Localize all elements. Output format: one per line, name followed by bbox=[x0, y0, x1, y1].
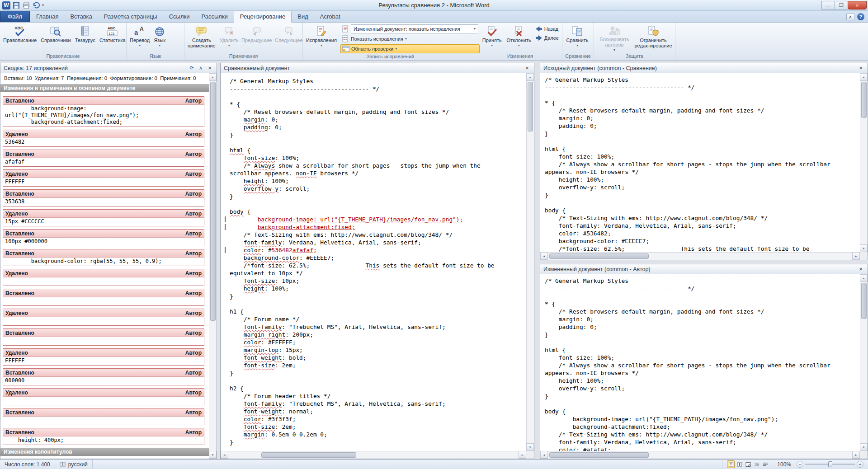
revision-entry[interactable]: УдаленоАвтор15px #CCCCCC bbox=[3, 209, 204, 226]
modified-vertical-scrollbar[interactable]: ▴ ▾ bbox=[860, 274, 868, 451]
revision-entry[interactable]: УдаленоАвторFFFFFF bbox=[3, 169, 204, 187]
help-icon[interactable]: ? bbox=[857, 13, 864, 20]
tab-home[interactable]: Главная bbox=[30, 11, 64, 22]
reviewing-pane-button[interactable]: Область проверки ▾ bbox=[340, 44, 480, 53]
revision-entry[interactable]: УдаленоАвтор bbox=[3, 309, 204, 326]
word-count-button[interactable]: ABC123 Статистика bbox=[98, 23, 127, 52]
revision-entry[interactable]: УдаленоАвтор bbox=[3, 269, 204, 286]
modified-horizontal-scrollbar[interactable]: ◂ ▸ bbox=[540, 451, 860, 459]
scrollbar-thumb[interactable] bbox=[861, 82, 867, 118]
minimize-button[interactable]: — bbox=[821, 1, 835, 9]
tab-mailings[interactable]: Рассылки bbox=[196, 11, 234, 22]
thesaurus-button[interactable]: Тезаурус bbox=[73, 23, 97, 52]
draft-view-icon[interactable] bbox=[761, 460, 769, 468]
scrollbar-thumb[interactable] bbox=[549, 253, 649, 259]
outline-view-icon[interactable] bbox=[753, 460, 760, 468]
new-comment-button[interactable]: Создать примечание bbox=[186, 23, 217, 52]
compare-vertical-scrollbar[interactable]: ▴ ▾ bbox=[526, 73, 534, 451]
revision-entry[interactable]: ВставленоАвтор000000 bbox=[3, 368, 204, 385]
scroll-left-icon[interactable]: ◂ bbox=[221, 451, 228, 459]
previous-comment-button[interactable]: Предыдущее bbox=[241, 23, 273, 52]
scroll-left-icon[interactable]: ◂ bbox=[540, 252, 548, 260]
compare-horizontal-scrollbar[interactable]: ◂ ▸ bbox=[221, 451, 526, 459]
scroll-left-icon[interactable]: ◂ bbox=[540, 451, 548, 459]
tab-page-layout[interactable]: Разметка страницы bbox=[98, 11, 163, 22]
scroll-right-icon[interactable]: ▸ bbox=[519, 451, 526, 459]
save-icon[interactable] bbox=[12, 1, 20, 9]
revision-entry[interactable]: УдаленоАвторFFFFFF bbox=[3, 348, 204, 366]
word-count-status[interactable]: Число слов: 1 400 bbox=[0, 460, 55, 469]
scroll-up-icon[interactable]: ▴ bbox=[526, 73, 534, 81]
revision-entry[interactable]: УдаленоАвтор bbox=[3, 388, 204, 405]
close-button[interactable]: × bbox=[848, 1, 867, 9]
full-screen-reading-view-icon[interactable] bbox=[736, 460, 743, 468]
undo-icon[interactable] bbox=[32, 1, 40, 9]
print-layout-view-icon[interactable] bbox=[727, 460, 735, 468]
summary-vertical-scrollbar[interactable]: ▴ ▾ bbox=[209, 73, 217, 459]
scroll-down-icon[interactable]: ▾ bbox=[860, 244, 868, 252]
track-changes-button[interactable]: Исправления ▾ bbox=[304, 23, 339, 52]
zoom-slider[interactable] bbox=[805, 464, 855, 465]
word-logo-icon[interactable]: W bbox=[2, 1, 10, 9]
revision-entry[interactable]: ВставленоАвтор100px #000000 bbox=[3, 229, 204, 246]
scroll-right-icon[interactable]: ▸ bbox=[852, 252, 860, 260]
previous-change-button[interactable]: Назад bbox=[533, 24, 561, 33]
web-layout-view-icon[interactable] bbox=[744, 460, 752, 468]
block-authors-button[interactable]: Блокировать авторов ▾ bbox=[595, 23, 633, 52]
zoom-out-button[interactable]: − bbox=[797, 461, 803, 468]
language-status[interactable]: русский bbox=[55, 460, 93, 469]
revision-entry[interactable]: ВставленоАвтор bbox=[3, 408, 204, 425]
sc roll-up-icon[interactable]: ▴ bbox=[860, 73, 868, 81]
tab-insert[interactable]: Вставка bbox=[64, 11, 98, 22]
tab-acrobat[interactable]: Acrobat bbox=[314, 11, 346, 22]
zoom-in-button[interactable]: + bbox=[857, 461, 863, 468]
scroll-down-icon[interactable]: ▾ bbox=[860, 443, 868, 451]
close-pane-icon[interactable]: × bbox=[524, 65, 531, 72]
scrollbar-thumb[interactable] bbox=[861, 283, 867, 319]
revision-entry[interactable]: ВставленоАвтор bbox=[3, 289, 204, 306]
revision-entry[interactable]: ВставленоАвтор background-color: rgba(55… bbox=[3, 249, 204, 266]
tab-references[interactable]: Ссылки bbox=[163, 11, 196, 22]
scrollbar-thumb[interactable] bbox=[528, 82, 533, 131]
scroll-down-icon[interactable]: ▾ bbox=[526, 443, 534, 451]
close-pane-icon[interactable]: × bbox=[206, 65, 213, 72]
accept-button[interactable]: Принять ▾ bbox=[480, 23, 505, 52]
minimize-ribbon-icon[interactable]: ∧ bbox=[846, 13, 854, 20]
zoom-slider-thumb[interactable] bbox=[828, 461, 832, 467]
revision-entry[interactable]: ВставленоАвтор353638 bbox=[3, 189, 204, 206]
zoom-level[interactable]: 100% bbox=[774, 461, 795, 468]
next-change-button[interactable]: Далее bbox=[533, 33, 561, 42]
print-icon[interactable] bbox=[22, 1, 30, 9]
restrict-editing-button[interactable]: Ограничить редактирование bbox=[634, 23, 673, 52]
scrollbar-thumb[interactable] bbox=[261, 452, 356, 458]
refresh-icon[interactable]: ⟳ bbox=[188, 65, 195, 72]
source-vertical-scrollbar[interactable]: ▴ ▾ bbox=[860, 73, 868, 252]
revision-entry[interactable]: УдаленоАвтор536482 bbox=[3, 130, 204, 147]
show-markup-button[interactable]: Показать исправления ▾ bbox=[340, 34, 480, 43]
scroll-down-icon[interactable]: ▾ bbox=[209, 451, 217, 459]
tab-review[interactable]: Рецензирование bbox=[234, 11, 292, 23]
reject-button[interactable]: Отклонить ▾ bbox=[505, 23, 533, 52]
revision-entry[interactable]: ВставленоАвтор height: 400px; bbox=[3, 428, 204, 445]
research-button[interactable]: Справочники bbox=[39, 23, 73, 52]
tab-file[interactable]: Файл bbox=[0, 11, 30, 22]
close-pane-icon[interactable]: × bbox=[857, 65, 864, 72]
maximize-button[interactable]: ❐ bbox=[835, 1, 848, 9]
collapse-icon[interactable]: ∧ bbox=[197, 65, 204, 72]
compare-button[interactable]: Сравнить ▾ bbox=[564, 23, 591, 52]
scrollbar-thumb[interactable] bbox=[210, 82, 216, 321]
revision-entry[interactable]: ВставленоАвторafafaf bbox=[3, 150, 204, 167]
scroll-right-icon[interactable]: ▸ bbox=[852, 451, 860, 459]
next-comment-button[interactable]: Следующее bbox=[273, 23, 305, 52]
language-button[interactable]: Язык ▾ bbox=[152, 23, 167, 52]
scrollbar-thumb[interactable] bbox=[549, 452, 649, 458]
translate-button[interactable]: аA Перевод ▾ bbox=[128, 23, 151, 52]
scroll-up-icon[interactable]: ▴ bbox=[860, 274, 868, 282]
close-pane-icon[interactable]: × bbox=[857, 266, 864, 273]
revision-entry[interactable]: ВставленоАвтор background-image:url("{T_… bbox=[3, 96, 204, 127]
tab-view[interactable]: Вид bbox=[292, 11, 314, 22]
delete-comment-button[interactable]: Удалить ▾ bbox=[218, 23, 241, 52]
source-horizontal-scrollbar[interactable]: ◂ ▸ bbox=[540, 252, 860, 260]
revision-entry[interactable]: ВставленоАвтор bbox=[3, 328, 204, 346]
scroll-up-icon[interactable]: ▴ bbox=[209, 73, 217, 81]
